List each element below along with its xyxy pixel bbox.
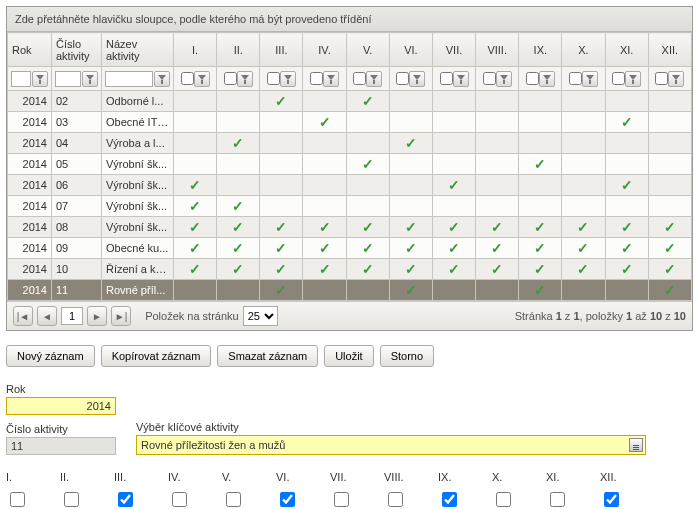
filter-icon[interactable] (82, 71, 98, 87)
delete-button[interactable]: Smazat záznam (217, 345, 318, 367)
filter-icon[interactable] (409, 71, 425, 87)
month-cell (217, 175, 260, 196)
col-header-month[interactable]: XII. (648, 33, 691, 67)
table-row[interactable]: 201408Výrobní šk...✓✓✓✓✓✓✓✓✓✓✓✓ (8, 217, 692, 238)
month-checkbox[interactable] (442, 492, 457, 507)
col-header-month[interactable]: III. (260, 33, 303, 67)
table-row[interactable]: 201403Obecné IT ...✓✓ (8, 112, 692, 133)
month-cell: ✓ (519, 217, 562, 238)
filter-icon[interactable] (366, 71, 382, 87)
filter-check[interactable] (440, 72, 453, 85)
cell: 2014 (8, 280, 52, 301)
month-cell (303, 280, 346, 301)
filter-check[interactable] (310, 72, 323, 85)
table-row[interactable]: 201402Odborné l...✓✓ (8, 91, 692, 112)
month-checkbox[interactable] (226, 492, 241, 507)
group-by-header[interactable]: Zde přetáhněte hlavičku sloupce, podle k… (7, 7, 692, 32)
filter-check[interactable] (396, 72, 409, 85)
month-label: VII. (330, 471, 384, 483)
save-button[interactable]: Uložit (324, 345, 374, 367)
filter-icon[interactable] (582, 71, 598, 87)
pager-prev-icon[interactable]: ◄ (37, 306, 57, 326)
filter-check[interactable] (267, 72, 280, 85)
col-header-rok[interactable]: Rok (8, 33, 52, 67)
month-checkbox[interactable] (388, 492, 403, 507)
filter-icon[interactable] (32, 71, 48, 87)
filter-input-cislo[interactable] (55, 71, 81, 87)
col-header-month[interactable]: V. (346, 33, 389, 67)
month-cell: ✓ (432, 175, 475, 196)
month-checkbox[interactable] (118, 492, 133, 507)
filter-icon[interactable] (668, 71, 684, 87)
col-header-month[interactable]: II. (217, 33, 260, 67)
check-icon: ✓ (405, 241, 417, 255)
filter-check[interactable] (224, 72, 237, 85)
col-header-month[interactable]: VII. (432, 33, 475, 67)
cancel-button[interactable]: Storno (380, 345, 434, 367)
pager-size-select[interactable]: 25 (243, 306, 278, 326)
month-cell (303, 133, 346, 154)
col-header-month[interactable]: VI. (389, 33, 432, 67)
col-header-month[interactable]: X. (562, 33, 605, 67)
month-cell: ✓ (303, 217, 346, 238)
table-row[interactable]: 201410Řízení a ko...✓✓✓✓✓✓✓✓✓✓✓✓ (8, 259, 692, 280)
month-checkbox[interactable] (64, 492, 79, 507)
month-checkbox[interactable] (496, 492, 511, 507)
filter-icon[interactable] (280, 71, 296, 87)
month-cell: ✓ (217, 196, 260, 217)
filter-check[interactable] (353, 72, 366, 85)
copy-button[interactable]: Kopírovat záznam (101, 345, 212, 367)
month-cell: ✓ (476, 259, 519, 280)
table-row[interactable]: 201404Výroba a l...✓✓ (8, 133, 692, 154)
col-header-nazev[interactable]: Název aktivity (102, 33, 174, 67)
filter-icon[interactable] (496, 71, 512, 87)
filter-check[interactable] (569, 72, 582, 85)
filter-input-nazev[interactable] (105, 71, 153, 87)
filter-icon[interactable] (453, 71, 469, 87)
col-header-month[interactable]: VIII. (476, 33, 519, 67)
filter-check[interactable] (655, 72, 668, 85)
table-row[interactable]: 201411Rovné příl...✓✓✓✓ (8, 280, 692, 301)
month-cell (432, 133, 475, 154)
pager-page-input[interactable] (61, 307, 83, 325)
col-header-cislo[interactable]: Číslo aktivity (52, 33, 102, 67)
table-row[interactable]: 201405Výrobní šk...✓✓ (8, 154, 692, 175)
month-checkbox[interactable] (604, 492, 619, 507)
month-checkbox[interactable] (334, 492, 349, 507)
pager-last-icon[interactable]: ►| (111, 306, 131, 326)
filter-icon[interactable] (539, 71, 555, 87)
col-header-month[interactable]: XI. (605, 33, 648, 67)
col-header-month[interactable]: I. (174, 33, 217, 67)
table-row[interactable]: 201407Výrobní šk...✓✓ (8, 196, 692, 217)
check-icon: ✓ (405, 136, 417, 150)
filter-check[interactable] (526, 72, 539, 85)
filter-icon[interactable] (154, 71, 170, 87)
month-checkbox[interactable] (550, 492, 565, 507)
filter-check[interactable] (181, 72, 194, 85)
filter-icon[interactable] (323, 71, 339, 87)
pager-next-icon[interactable]: ► (87, 306, 107, 326)
month-cell (346, 133, 389, 154)
col-header-month[interactable]: IX. (519, 33, 562, 67)
col-header-month[interactable]: IV. (303, 33, 346, 67)
month-checkbox[interactable] (280, 492, 295, 507)
filter-check[interactable] (483, 72, 496, 85)
filter-input-rok[interactable] (11, 71, 31, 87)
table-row[interactable]: 201409Obecné ku...✓✓✓✓✓✓✓✓✓✓✓✓ (8, 238, 692, 259)
month-label: X. (492, 471, 546, 483)
month-cell (519, 175, 562, 196)
filter-icon[interactable] (237, 71, 253, 87)
pager-first-icon[interactable]: |◄ (13, 306, 33, 326)
table-row[interactable]: 201406Výrobní šk...✓✓✓ (8, 175, 692, 196)
rok-field[interactable]: 2014 (6, 397, 116, 415)
filter-icon[interactable] (194, 71, 210, 87)
new-button[interactable]: Nový záznam (6, 345, 95, 367)
filter-icon[interactable] (625, 71, 641, 87)
vyber-select[interactable]: Rovné příležitosti žen a mužů (136, 435, 646, 455)
filter-check[interactable] (612, 72, 625, 85)
filter-row (8, 67, 692, 91)
dropdown-icon[interactable] (629, 438, 643, 452)
month-checkbox[interactable] (172, 492, 187, 507)
month-checkbox[interactable] (10, 492, 25, 507)
check-icon: ✓ (319, 220, 331, 234)
